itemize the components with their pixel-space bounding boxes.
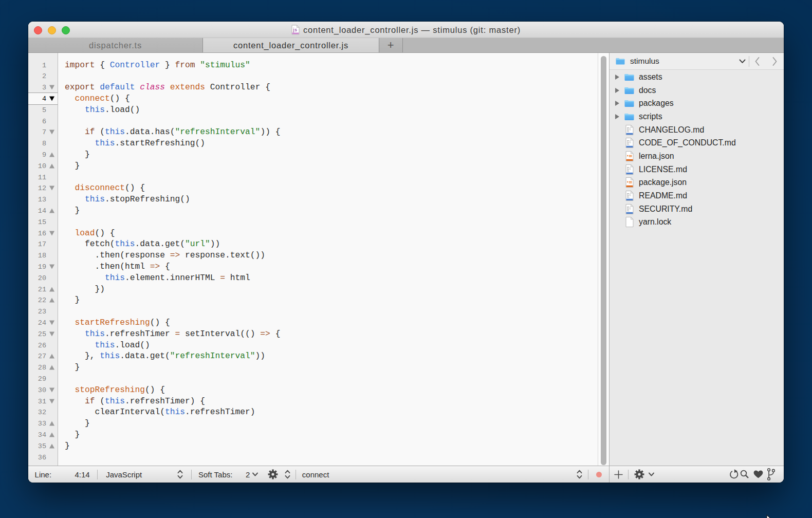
svg-text:js: js — [292, 27, 298, 32]
